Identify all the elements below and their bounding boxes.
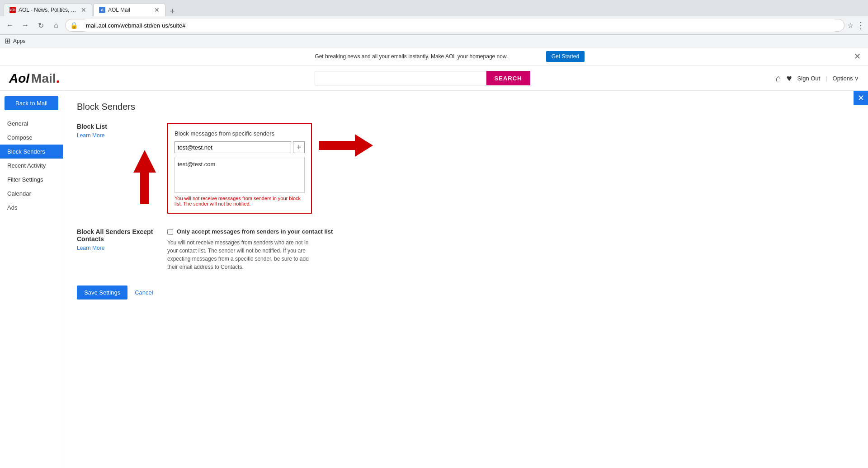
tab-bar: AOL AOL - News, Politics, Sports & L... … [0, 0, 868, 16]
block-all-learn-more[interactable]: Learn More [77, 245, 104, 251]
save-settings-button[interactable]: Save Settings [77, 285, 127, 300]
cancel-button[interactable]: Cancel [133, 285, 155, 300]
tab-title-2: AOL Mail [108, 7, 130, 13]
email-input-field[interactable] [175, 141, 291, 153]
tab-favicon-2: A [99, 7, 105, 13]
get-started-button[interactable]: Get Started [546, 51, 585, 62]
tab-title-1: AOL - News, Politics, Sports & L... [19, 7, 77, 13]
block-all-label: Block All Senders Except Contacts Learn … [77, 228, 167, 271]
logo-mail-text: Mail [31, 71, 56, 86]
aol-logo: Aol Mail . [9, 70, 60, 86]
apps-bar: ⊞ Apps [0, 35, 868, 47]
block-list-label: Block List Learn More [77, 123, 167, 214]
home-button[interactable]: ⌂ [50, 19, 62, 32]
new-tab-button[interactable]: + [166, 7, 179, 16]
action-buttons: Save Settings Cancel [77, 285, 854, 300]
page-title: Block Senders [77, 102, 854, 112]
sidebar-item-ads[interactable]: Ads [0, 201, 63, 215]
close-settings-button[interactable]: ✕ [854, 91, 868, 105]
logo-aol-text: Aol [9, 71, 29, 86]
address-bar-row: ← → ↻ ⌂ 🔒 ☆ ⋮ [0, 16, 868, 34]
apps-label: Apps [13, 38, 25, 44]
main-layout: Back to Mail General Compose Block Sende… [0, 91, 868, 468]
add-email-button[interactable]: + [293, 141, 305, 153]
tab-aol-news[interactable]: AOL AOL - News, Politics, Sports & L... … [4, 3, 92, 16]
tab-close-2[interactable]: ✕ [151, 6, 160, 14]
sidebar-item-recent-activity[interactable]: Recent Activity [0, 159, 63, 173]
blocked-emails-list: test@test.com [175, 157, 305, 193]
home-icon[interactable]: ⌂ [776, 73, 781, 84]
block-list-section: Block List Learn More Block messages fro… [77, 123, 854, 214]
contact-only-checkbox[interactable] [167, 229, 173, 235]
apps-grid-icon: ⊞ [5, 37, 10, 45]
options-link[interactable]: Options ∨ [833, 75, 859, 82]
logo-dot: . [56, 70, 60, 85]
browser-chrome: AOL AOL - News, Politics, Sports & L... … [0, 0, 868, 35]
sidebar-item-general[interactable]: General [0, 117, 63, 131]
search-button[interactable]: SEARCH [486, 71, 530, 85]
sign-out-link[interactable]: Sign Out [797, 75, 821, 82]
blocked-email-item: test@test.com [178, 160, 302, 168]
bookmark-star-icon[interactable]: ☆ [847, 21, 854, 30]
block-all-content: Only accept messages from senders in you… [167, 228, 484, 271]
sidebar-item-calendar[interactable]: Calendar [0, 187, 63, 201]
contact-description: You will not receive messages from sende… [167, 239, 312, 271]
email-input-row: + [175, 141, 305, 153]
block-messages-title: Block messages from specific senders [175, 130, 305, 137]
aol-banner: Get breaking news and all your emails in… [0, 47, 868, 66]
block-warning-text: You will not receive messages from sende… [175, 196, 305, 206]
forward-button[interactable]: → [19, 19, 32, 32]
refresh-button[interactable]: ↻ [34, 19, 47, 32]
block-list-learn-more[interactable]: Learn More [77, 132, 104, 139]
contact-only-checkbox-row: Only accept messages from senders in you… [167, 228, 484, 235]
block-all-heading: Block All Senders Except Contacts [77, 228, 167, 243]
block-list-heading: Block List [77, 123, 167, 130]
header-right: ⌂ ♥ Sign Out | Options ∨ [776, 73, 859, 84]
sidebar-item-block-senders[interactable]: Block Senders [0, 145, 63, 159]
contact-only-label[interactable]: Only accept messages from senders in you… [177, 228, 333, 235]
sidebar: Back to Mail General Compose Block Sende… [0, 91, 63, 468]
banner-close-button[interactable]: ✕ [854, 51, 861, 61]
header-separator: | [826, 75, 827, 82]
search-area: SEARCH [69, 71, 775, 85]
back-to-mail-button[interactable]: Back to Mail [5, 96, 58, 110]
search-input[interactable] [315, 71, 486, 85]
aol-header: Aol Mail . SEARCH ⌂ ♥ Sign Out | Options… [0, 66, 868, 91]
banner-text: Get breaking news and all your emails in… [277, 53, 546, 60]
sidebar-item-compose[interactable]: Compose [0, 131, 63, 145]
tab-favicon-1: AOL [9, 7, 16, 13]
svg-marker-0 [319, 134, 373, 157]
block-list-content: Block messages from specific senders + t… [167, 123, 484, 214]
back-button[interactable]: ← [4, 19, 16, 32]
content-area: ✕ Block Senders Block List Learn More Bl… [63, 91, 868, 468]
browser-menu-button[interactable]: ⋮ [856, 20, 864, 31]
block-all-section: Block All Senders Except Contacts Learn … [77, 228, 854, 271]
tab-close-1[interactable]: ✕ [77, 6, 86, 14]
block-messages-box: Block messages from specific senders + t… [167, 123, 312, 214]
annotation-arrow-right [319, 132, 373, 159]
favorites-heart-icon[interactable]: ♥ [787, 73, 792, 84]
address-bar-input[interactable] [80, 19, 840, 32]
sidebar-item-filter-settings[interactable]: Filter Settings [0, 173, 63, 187]
tab-aol-mail[interactable]: A AOL Mail ✕ [93, 3, 165, 16]
